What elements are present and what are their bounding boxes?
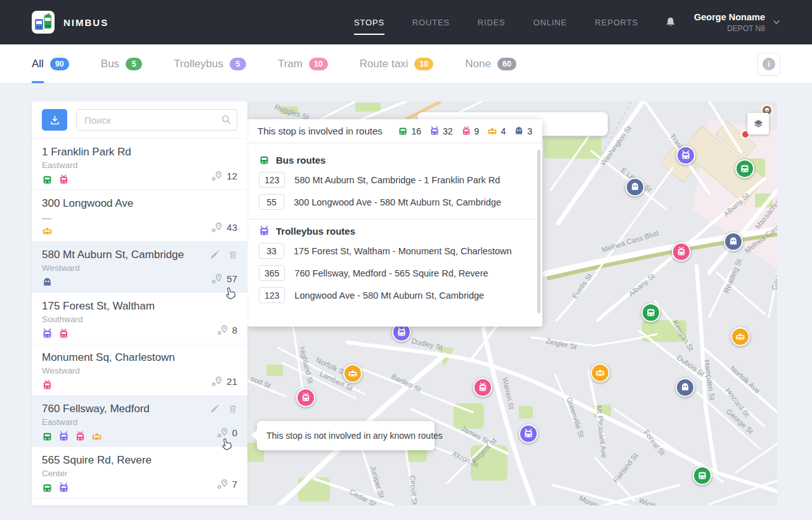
routes-count-value: 43 xyxy=(226,222,237,233)
tram-icon xyxy=(478,382,488,393)
route-row[interactable]: 123 Longwood Ave - 580 Mt Auburn St, Cam… xyxy=(259,287,531,303)
stop-name: 175 Forest St, Waltham xyxy=(42,300,237,313)
trolleybus-icon xyxy=(523,429,534,439)
stop-list-item[interactable]: 1 Franklin Park Rd Eastward 12 xyxy=(32,139,247,190)
edit-stop-icon[interactable] xyxy=(209,250,219,260)
stop-list-item[interactable]: 760 Fellsway, Medford Eastward 0 xyxy=(32,396,247,447)
tab-count-badge: 10 xyxy=(309,58,328,70)
stop-routes-counter[interactable]: 57 xyxy=(211,273,237,284)
stop-vehicle-icons xyxy=(42,174,237,185)
stop-list-item[interactable]: 175 Forest St, Waltham Southward 8 xyxy=(32,293,247,344)
popup-scrollbar[interactable] xyxy=(537,150,540,313)
tab-count-badge: 5 xyxy=(230,58,246,70)
street-label: Circuit St xyxy=(409,475,419,505)
stop-routes-counter[interactable]: 12 xyxy=(211,171,237,181)
tram-icon xyxy=(42,380,53,391)
map-marker-taxi[interactable] xyxy=(343,364,362,383)
chevron-down-icon[interactable] xyxy=(771,17,782,27)
map-marker-taxi[interactable] xyxy=(591,363,610,382)
stop-direction xyxy=(42,212,237,222)
map-marker-trolleybus[interactable] xyxy=(519,424,538,443)
tram-icon xyxy=(676,247,686,257)
nav-online[interactable]: ONLINE xyxy=(534,14,567,31)
edit-stop-icon[interactable] xyxy=(209,404,219,414)
popup-header: This stop is involved in routes 1632943 xyxy=(247,119,542,143)
pins-icon xyxy=(217,479,228,490)
street-label: Zeigler St xyxy=(546,337,578,351)
tab-tram[interactable]: Tram10 xyxy=(278,58,328,70)
map-marker-taxi[interactable] xyxy=(731,327,750,346)
trolleybus-icon xyxy=(42,328,53,339)
stop-list-item[interactable]: Monument Sq, Charlestown Westward 21 xyxy=(32,344,247,396)
route-row[interactable]: 365 760 Fellsway, Medford - 565 Squire R… xyxy=(259,265,531,281)
route-number-badge: 55 xyxy=(259,194,284,210)
nav-stops[interactable]: STOPS xyxy=(354,14,384,31)
routes-count-value: 8 xyxy=(232,325,237,335)
routes-count-value: 21 xyxy=(226,376,237,387)
stop-routes-counter[interactable]: 21 xyxy=(211,376,237,387)
info-button[interactable]: i xyxy=(757,53,780,75)
route-row[interactable]: 33 175 Forest St, Waltham - Monument Sq,… xyxy=(259,243,531,259)
map-marker-bus[interactable] xyxy=(641,303,660,322)
taxi-icon xyxy=(735,332,745,342)
route-number-badge: 33 xyxy=(259,243,284,259)
ghost-icon xyxy=(630,182,640,192)
stop-name: 300 Longwood Ave xyxy=(42,197,237,210)
pins-icon xyxy=(211,273,222,284)
stop-routes-counter[interactable]: 8 xyxy=(217,325,237,335)
street-label: Albany St xyxy=(627,271,657,297)
map-marker-tram[interactable] xyxy=(296,388,315,407)
route-row[interactable]: 123 580 Mt Auburn St, Cambridge - 1 Fran… xyxy=(259,172,531,188)
trolleybus-icon xyxy=(58,431,69,442)
tab-all[interactable]: All90 xyxy=(32,58,69,70)
tab-bus[interactable]: Bus5 xyxy=(101,58,142,70)
notifications-bell-icon[interactable] xyxy=(665,16,676,28)
map-marker-ghost[interactable] xyxy=(724,232,743,251)
tab-trolleybus[interactable]: Trolleybus5 xyxy=(174,58,246,70)
stop-list-item[interactable]: 300 Longwood Ave 43 xyxy=(32,190,247,242)
tab-count-badge: 90 xyxy=(50,58,69,70)
section-divider xyxy=(247,219,542,219)
map-marker-ghost[interactable] xyxy=(676,378,695,397)
bus-icon xyxy=(259,155,270,166)
stop-list-item[interactable]: 580 Mt Auburn St, Cambridge Westward 57 xyxy=(32,242,247,293)
map-marker-tram[interactable] xyxy=(672,242,691,261)
map-marker-tram[interactable] xyxy=(473,378,492,397)
map-layers-button[interactable] xyxy=(747,113,769,134)
popup-route-counts: 1632943 xyxy=(398,126,532,136)
delete-stop-icon[interactable] xyxy=(228,250,238,260)
section-title-text: Trolleybus routes xyxy=(276,226,355,237)
map-marker-bus[interactable] xyxy=(693,466,712,485)
tab-count-badge: 5 xyxy=(126,58,142,70)
export-button[interactable] xyxy=(42,109,67,131)
nav-routes[interactable]: ROUTES xyxy=(412,14,450,31)
count-value: 16 xyxy=(411,126,421,136)
tab-none[interactable]: None60 xyxy=(465,58,516,70)
map-marker-bus[interactable] xyxy=(735,159,754,178)
street-label: Fairland St xyxy=(612,451,639,484)
user-menu[interactable]: George Noname DEPOT N8 xyxy=(694,12,765,33)
nav-reports[interactable]: REPORTS xyxy=(595,14,638,31)
trolleybus-icon xyxy=(259,226,270,237)
tab-label: Trolleybus xyxy=(174,58,223,70)
map-marker-trolleybus[interactable] xyxy=(676,146,695,165)
bus-icon xyxy=(740,164,750,174)
street-label: ood St xyxy=(249,375,272,390)
stop-vehicle-icons xyxy=(42,483,237,493)
route-row[interactable]: 55 300 Longwood Ave - 580 Mt Auburn St, … xyxy=(259,194,531,210)
map-canvas[interactable]: Ruggles StWashington StTrask StE Lenox S… xyxy=(247,101,777,505)
popup-body: Bus routes123 580 Mt Auburn St, Cambridg… xyxy=(247,143,542,303)
stop-vehicle-icons xyxy=(42,226,237,237)
search-input[interactable] xyxy=(76,109,237,131)
tab-route-taxi[interactable]: Route taxi10 xyxy=(360,58,433,70)
stop-routes-counter[interactable]: 43 xyxy=(211,222,237,233)
delete-stop-icon[interactable] xyxy=(228,404,238,414)
count-value: 32 xyxy=(443,126,453,136)
list-toolbar xyxy=(32,101,247,138)
nav-rides[interactable]: RIDES xyxy=(478,14,506,31)
count-value: 4 xyxy=(501,126,506,136)
map-marker-ghost[interactable] xyxy=(625,178,645,197)
taxi-icon xyxy=(487,126,497,136)
stop-routes-counter[interactable]: 7 xyxy=(217,479,237,490)
stop-list-item[interactable]: 565 Squire Rd, Revere Center 7 xyxy=(32,447,247,498)
